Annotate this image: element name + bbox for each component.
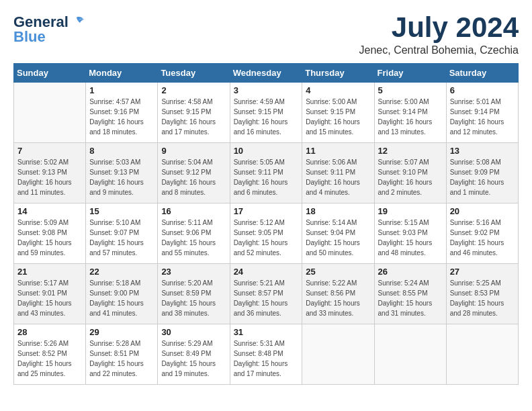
- calendar-cell: 24Sunrise: 5:21 AMSunset: 8:57 PMDayligh…: [230, 264, 302, 324]
- calendar-cell: 23Sunrise: 5:20 AMSunset: 8:59 PMDayligh…: [158, 264, 230, 324]
- calendar-header-row: SundayMondayTuesdayWednesdayThursdayFrid…: [14, 64, 519, 83]
- day-info: Sunrise: 4:58 AMSunset: 9:15 PMDaylight:…: [161, 97, 226, 137]
- calendar-cell: 18Sunrise: 5:14 AMSunset: 9:04 PMDayligh…: [302, 203, 374, 264]
- weekday-header-sunday: Sunday: [14, 64, 86, 83]
- calendar-cell: 5Sunrise: 5:00 AMSunset: 9:14 PMDaylight…: [374, 83, 446, 143]
- location: Jenec, Central Bohemia, Czechia: [359, 44, 519, 56]
- calendar-week-row: 14Sunrise: 5:09 AMSunset: 9:08 PMDayligh…: [14, 203, 519, 264]
- day-info: Sunrise: 5:15 AMSunset: 9:03 PMDaylight:…: [378, 218, 443, 258]
- day-number: 11: [306, 146, 370, 156]
- day-info: Sunrise: 5:29 AMSunset: 8:49 PMDaylight:…: [161, 338, 226, 379]
- calendar-cell: 1Sunrise: 4:57 AMSunset: 9:16 PMDaylight…: [86, 83, 158, 143]
- day-info: Sunrise: 5:16 AMSunset: 9:02 PMDaylight:…: [450, 218, 515, 258]
- calendar-week-row: 21Sunrise: 5:17 AMSunset: 9:01 PMDayligh…: [14, 264, 519, 324]
- calendar-cell: 12Sunrise: 5:07 AMSunset: 9:10 PMDayligh…: [374, 143, 446, 203]
- calendar-cell: 6Sunrise: 5:01 AMSunset: 9:14 PMDaylight…: [446, 83, 518, 143]
- calendar-cell: 13Sunrise: 5:08 AMSunset: 9:09 PMDayligh…: [446, 143, 518, 203]
- day-info: Sunrise: 5:31 AMSunset: 8:48 PMDaylight:…: [234, 338, 299, 379]
- calendar-cell: [446, 324, 518, 385]
- day-info: Sunrise: 5:01 AMSunset: 9:14 PMDaylight:…: [450, 97, 515, 137]
- calendar-cell: 29Sunrise: 5:28 AMSunset: 8:51 PMDayligh…: [86, 324, 158, 385]
- day-info: Sunrise: 5:20 AMSunset: 8:59 PMDaylight:…: [161, 278, 226, 318]
- day-number: 1: [89, 85, 154, 95]
- day-info: Sunrise: 5:07 AMSunset: 9:10 PMDaylight:…: [378, 157, 443, 197]
- day-number: 27: [450, 267, 515, 277]
- day-number: 26: [378, 267, 443, 277]
- day-number: 10: [234, 146, 299, 156]
- day-number: 4: [306, 85, 370, 95]
- logo-bird-icon: [70, 16, 85, 28]
- month-title: July 2024: [359, 13, 519, 42]
- calendar-cell: 11Sunrise: 5:06 AMSunset: 9:11 PMDayligh…: [302, 143, 374, 203]
- calendar-cell: 27Sunrise: 5:25 AMSunset: 8:53 PMDayligh…: [446, 264, 518, 324]
- day-info: Sunrise: 5:05 AMSunset: 9:11 PMDaylight:…: [234, 157, 299, 197]
- calendar-cell: 8Sunrise: 5:03 AMSunset: 9:13 PMDaylight…: [86, 143, 158, 203]
- day-info: Sunrise: 4:59 AMSunset: 9:15 PMDaylight:…: [234, 97, 299, 137]
- day-number: 30: [161, 327, 226, 337]
- logo: General Blue: [13, 13, 85, 46]
- weekday-header-tuesday: Tuesday: [158, 64, 230, 83]
- day-info: Sunrise: 5:00 AMSunset: 9:14 PMDaylight:…: [378, 97, 443, 137]
- day-number: 8: [89, 146, 154, 156]
- weekday-header-wednesday: Wednesday: [230, 64, 302, 83]
- day-number: 9: [161, 146, 226, 156]
- day-number: 21: [17, 267, 82, 277]
- day-info: Sunrise: 5:24 AMSunset: 8:55 PMDaylight:…: [378, 278, 443, 318]
- weekday-header-monday: Monday: [86, 64, 158, 83]
- day-number: 20: [450, 206, 515, 216]
- day-info: Sunrise: 5:12 AMSunset: 9:05 PMDaylight:…: [234, 218, 299, 258]
- calendar-cell: 3Sunrise: 4:59 AMSunset: 9:15 PMDaylight…: [230, 83, 302, 143]
- calendar-cell: 30Sunrise: 5:29 AMSunset: 8:49 PMDayligh…: [158, 324, 230, 385]
- calendar-cell: 2Sunrise: 4:58 AMSunset: 9:15 PMDaylight…: [158, 83, 230, 143]
- day-number: 29: [89, 327, 154, 337]
- calendar-cell: 19Sunrise: 5:15 AMSunset: 9:03 PMDayligh…: [374, 203, 446, 264]
- calendar-cell: 26Sunrise: 5:24 AMSunset: 8:55 PMDayligh…: [374, 264, 446, 324]
- day-number: 23: [161, 267, 226, 277]
- calendar-cell: 21Sunrise: 5:17 AMSunset: 9:01 PMDayligh…: [14, 264, 86, 324]
- day-info: Sunrise: 5:17 AMSunset: 9:01 PMDaylight:…: [17, 278, 82, 318]
- calendar-cell: 28Sunrise: 5:26 AMSunset: 8:52 PMDayligh…: [14, 324, 86, 385]
- day-number: 7: [17, 146, 82, 156]
- day-number: 15: [89, 206, 154, 216]
- day-number: 2: [161, 85, 226, 95]
- day-info: Sunrise: 5:25 AMSunset: 8:53 PMDaylight:…: [450, 278, 515, 318]
- calendar-cell: 14Sunrise: 5:09 AMSunset: 9:08 PMDayligh…: [14, 203, 86, 264]
- day-number: 16: [161, 206, 226, 216]
- calendar-cell: 20Sunrise: 5:16 AMSunset: 9:02 PMDayligh…: [446, 203, 518, 264]
- calendar-week-row: 7Sunrise: 5:02 AMSunset: 9:13 PMDaylight…: [14, 143, 519, 203]
- day-info: Sunrise: 5:14 AMSunset: 9:04 PMDaylight:…: [306, 218, 370, 258]
- day-info: Sunrise: 5:18 AMSunset: 9:00 PMDaylight:…: [89, 278, 154, 318]
- calendar-week-row: 1Sunrise: 4:57 AMSunset: 9:16 PMDaylight…: [14, 83, 519, 143]
- day-info: Sunrise: 4:57 AMSunset: 9:16 PMDaylight:…: [89, 97, 154, 137]
- weekday-header-saturday: Saturday: [446, 64, 518, 83]
- logo-text-blue: Blue: [13, 28, 46, 46]
- title-area: July 2024 Jenec, Central Bohemia, Czechi…: [359, 13, 519, 56]
- day-info: Sunrise: 5:06 AMSunset: 9:11 PMDaylight:…: [306, 157, 370, 197]
- day-info: Sunrise: 5:04 AMSunset: 9:12 PMDaylight:…: [161, 157, 226, 197]
- day-info: Sunrise: 5:09 AMSunset: 9:08 PMDaylight:…: [17, 218, 82, 258]
- day-info: Sunrise: 5:11 AMSunset: 9:06 PMDaylight:…: [161, 218, 226, 258]
- day-info: Sunrise: 5:02 AMSunset: 9:13 PMDaylight:…: [17, 157, 82, 197]
- day-info: Sunrise: 5:22 AMSunset: 8:56 PMDaylight:…: [306, 278, 370, 318]
- day-number: 22: [89, 267, 154, 277]
- page-header: General Blue July 2024 Jenec, Central Bo…: [13, 13, 519, 56]
- calendar-cell: 4Sunrise: 5:00 AMSunset: 9:15 PMDaylight…: [302, 83, 374, 143]
- day-info: Sunrise: 5:08 AMSunset: 9:09 PMDaylight:…: [450, 157, 515, 197]
- calendar-cell: 22Sunrise: 5:18 AMSunset: 9:00 PMDayligh…: [86, 264, 158, 324]
- calendar-cell: 10Sunrise: 5:05 AMSunset: 9:11 PMDayligh…: [230, 143, 302, 203]
- day-number: 31: [234, 327, 299, 337]
- calendar-cell: 17Sunrise: 5:12 AMSunset: 9:05 PMDayligh…: [230, 203, 302, 264]
- day-number: 28: [17, 327, 82, 337]
- day-number: 3: [234, 85, 299, 95]
- day-info: Sunrise: 5:28 AMSunset: 8:51 PMDaylight:…: [89, 338, 154, 379]
- day-info: Sunrise: 5:21 AMSunset: 8:57 PMDaylight:…: [234, 278, 299, 318]
- day-number: 24: [234, 267, 299, 277]
- weekday-header-thursday: Thursday: [302, 64, 374, 83]
- day-info: Sunrise: 5:10 AMSunset: 9:07 PMDaylight:…: [89, 218, 154, 258]
- day-number: 18: [306, 206, 370, 216]
- day-number: 14: [17, 206, 82, 216]
- calendar-cell: 25Sunrise: 5:22 AMSunset: 8:56 PMDayligh…: [302, 264, 374, 324]
- calendar-cell: 7Sunrise: 5:02 AMSunset: 9:13 PMDaylight…: [14, 143, 86, 203]
- calendar-cell: 16Sunrise: 5:11 AMSunset: 9:06 PMDayligh…: [158, 203, 230, 264]
- day-number: 6: [450, 85, 515, 95]
